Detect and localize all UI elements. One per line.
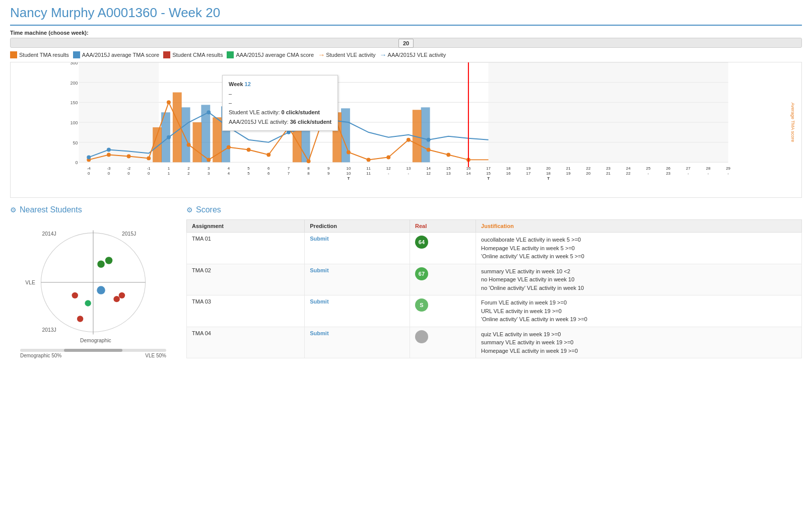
legend-student-cma-label: Student CMA results: [172, 52, 223, 58]
svg-rect-24: [213, 117, 222, 162]
table-row: TMA 02 Submit 67 summary VLE activity in…: [187, 264, 802, 295]
real-cell: S: [410, 295, 476, 327]
svg-text:-2: -2: [127, 166, 130, 171]
svg-text:100: 100: [71, 120, 78, 125]
svg-text:8: 8: [307, 166, 310, 171]
svg-text:-4: -4: [87, 166, 91, 171]
svg-text:2014J: 2014J: [42, 231, 56, 237]
svg-point-44: [407, 138, 411, 142]
svg-point-37: [266, 153, 270, 157]
svg-point-36: [247, 148, 251, 152]
legend-avg-cma-label: AAA/2015J average CMA score: [236, 52, 314, 58]
svg-text:11: 11: [366, 171, 371, 176]
legend-avg-cma-icon: [227, 51, 234, 58]
svg-point-46: [446, 153, 450, 157]
svg-point-138: [77, 316, 83, 322]
score-badge: [415, 330, 428, 343]
svg-text:18: 18: [506, 166, 511, 171]
svg-text:25: 25: [646, 166, 651, 171]
legend-avg-cma: AAA/2015J average CMA score: [227, 51, 314, 58]
svg-text:19: 19: [566, 171, 571, 176]
svg-text:7: 7: [288, 171, 290, 176]
svg-point-39: [307, 159, 311, 163]
svg-text:150: 150: [71, 100, 78, 105]
svg-point-50: [167, 135, 171, 139]
scores-section: ⚙ Scores Assignment Prediction Real Just…: [186, 205, 802, 358]
svg-point-137: [119, 292, 125, 298]
chart-legend: Student TMA results AAA/2015J average TM…: [10, 51, 802, 59]
svg-text:-: -: [727, 171, 729, 176]
svg-text:6: 6: [267, 166, 270, 171]
legend-student-cma: Student CMA results: [163, 51, 223, 58]
svg-text:T: T: [487, 176, 490, 181]
slider-track[interactable]: 20: [10, 38, 802, 48]
slider-thumb[interactable]: 20: [398, 39, 414, 48]
svg-text:21: 21: [566, 166, 571, 171]
svg-point-30: [127, 154, 131, 158]
legend-student-cma-icon: [163, 51, 170, 58]
table-row: TMA 04 Submit quiz VLE activity in week …: [187, 327, 802, 358]
legend-student-vle-label: Student VLE activity: [326, 52, 375, 58]
table-row: TMA 01 Submit 64 oucollaborate VLE activ…: [187, 233, 802, 264]
svg-text:3: 3: [208, 166, 210, 171]
legend-avg-tma: AAA/2015J average TMA score: [73, 51, 159, 58]
main-chart: VLE activity (clicks per student) Averag…: [10, 62, 802, 198]
time-machine-slider[interactable]: 20: [10, 38, 802, 48]
svg-text:11: 11: [366, 166, 371, 171]
score-badge: 67: [415, 267, 428, 280]
tooltip-week: Week 12: [229, 80, 331, 89]
nearest-students-icon: ⚙: [10, 206, 17, 214]
table-row: TMA 03 Submit S Forum VLE activity in we…: [187, 295, 802, 327]
svg-text:15: 15: [446, 166, 451, 171]
svg-point-41: [347, 150, 351, 155]
justification-cell: Forum VLE activity in week 19 >=0 URL VL…: [476, 295, 802, 327]
svg-text:16: 16: [466, 166, 471, 171]
svg-text:18: 18: [546, 171, 551, 176]
svg-text:13: 13: [407, 166, 411, 171]
svg-point-140: [85, 300, 91, 306]
svg-rect-13: [489, 62, 728, 162]
svg-rect-15: [181, 107, 190, 162]
col-header-prediction: Prediction: [305, 220, 410, 233]
prediction-cell: Submit: [305, 295, 410, 327]
svg-point-31: [147, 156, 151, 160]
svg-text:28: 28: [706, 166, 711, 171]
legend-avg-vle-label: AAA/2015J VLE activity: [388, 52, 446, 58]
svg-text:1: 1: [168, 171, 170, 176]
svg-text:9: 9: [327, 171, 330, 176]
score-badge: 64: [415, 236, 428, 249]
svg-point-139: [97, 286, 105, 294]
svg-text:24: 24: [626, 166, 631, 171]
col-header-justification: Justification: [476, 220, 802, 233]
svg-text:Demographic: Demographic: [80, 338, 111, 343]
y-axis-right-label: Average TMA score: [790, 103, 795, 142]
svg-text:8: 8: [307, 171, 310, 176]
svg-text:10: 10: [347, 171, 351, 176]
tooltip-vle: Student VLE activity: 0 click/student: [229, 108, 331, 117]
legend-student-tma-label: Student TMA results: [19, 52, 69, 58]
svg-text:7: 7: [288, 166, 290, 171]
svg-point-135: [72, 292, 78, 298]
nearest-students-title: ⚙ Nearest Students: [10, 205, 176, 214]
svg-text:-3: -3: [107, 166, 111, 171]
legend-student-tma: Student TMA results: [10, 51, 69, 58]
svg-text:2: 2: [187, 166, 189, 171]
svg-text:300: 300: [71, 62, 78, 65]
svg-text:21: 21: [606, 171, 611, 176]
assignment-cell: TMA 03: [187, 295, 305, 327]
real-cell: 67: [410, 264, 476, 295]
svg-text:15: 15: [486, 171, 491, 176]
svg-point-136: [113, 296, 119, 302]
svg-text:0: 0: [148, 171, 150, 176]
assignment-cell: TMA 04: [187, 327, 305, 358]
svg-point-54: [427, 138, 431, 142]
svg-text:0: 0: [108, 171, 110, 176]
svg-text:19: 19: [526, 166, 531, 171]
svg-point-45: [427, 148, 431, 152]
legend-avg-tma-label: AAA/2015J average TMA score: [82, 52, 159, 58]
svg-text:9: 9: [327, 166, 330, 171]
legend-avg-tma-icon: [73, 51, 80, 58]
svg-point-32: [167, 100, 171, 104]
time-machine-label: Time machine (choose week):: [10, 30, 802, 36]
scores-icon: ⚙: [186, 206, 193, 214]
